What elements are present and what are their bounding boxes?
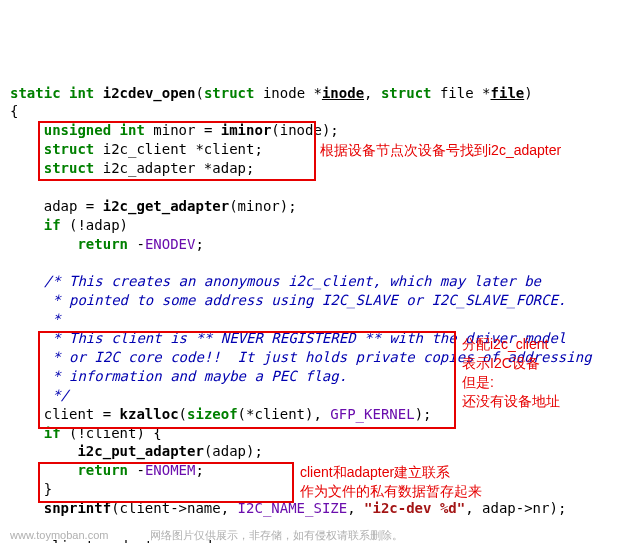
text: - [128, 462, 145, 478]
text: (adap); [204, 443, 263, 459]
keyword: if [44, 217, 61, 233]
text: inode * [254, 85, 321, 101]
annotation-text-3: client和adapter建立联系 作为文件的私有数据暂存起来 [300, 463, 482, 501]
text: file * [432, 85, 491, 101]
call: iminor [221, 122, 272, 138]
keyword: struct [44, 141, 95, 157]
indent [10, 481, 44, 497]
keyword: static [10, 85, 61, 101]
text: (!client) { [61, 425, 162, 441]
keyword: return [77, 462, 128, 478]
comment: * [10, 311, 61, 327]
param: file [491, 85, 525, 101]
text: minor = [145, 122, 221, 138]
text: (*client), [238, 406, 331, 422]
keyword: struct [204, 85, 255, 101]
text: - [128, 236, 145, 252]
string: "i2c-dev %d" [364, 500, 465, 516]
func-name: i2cdev_open [103, 85, 196, 101]
call: i2c_put_adapter [77, 443, 203, 459]
param: inode [322, 85, 364, 101]
call: kzalloc [120, 406, 179, 422]
indent [10, 217, 44, 233]
indent [10, 500, 44, 516]
brace: { [10, 103, 18, 119]
keyword: return [77, 236, 128, 252]
watermark-site: www.toymoban.com [10, 528, 108, 543]
keyword: unsigned int [44, 122, 145, 138]
keyword: int [69, 85, 94, 101]
keyword: struct [381, 85, 432, 101]
text: (minor); [229, 198, 296, 214]
text: ) [524, 85, 532, 101]
indent [10, 406, 44, 422]
indent [10, 236, 77, 252]
text: ( [195, 85, 203, 101]
text: (client->name, [111, 500, 237, 516]
comment: */ [10, 387, 69, 403]
call: snprintf [44, 500, 111, 516]
comment: /* This creates an anonymous i2c_client,… [10, 273, 541, 289]
text: } [44, 481, 52, 497]
text: (!adap) [61, 217, 128, 233]
macro: GFP_KERNEL [330, 406, 414, 422]
text: i2c_client *client; [94, 141, 263, 157]
text: ( [179, 406, 187, 422]
text: ); [415, 406, 432, 422]
keyword: struct [44, 160, 95, 176]
comment: * pointed to some address using I2C_SLAV… [10, 292, 566, 308]
enum: ENOMEM [145, 462, 196, 478]
comment: * information and maybe a PEC flag. [10, 368, 347, 384]
keyword: sizeof [187, 406, 238, 422]
text: , [347, 500, 364, 516]
call: i2c_get_adapter [103, 198, 229, 214]
indent [10, 122, 44, 138]
indent [10, 198, 44, 214]
enum: ENODEV [145, 236, 196, 252]
annotation-text-1: 根据设备节点次设备号找到i2c_adapter [320, 141, 561, 160]
indent [10, 443, 77, 459]
text: ; [195, 236, 203, 252]
annotation-text-2: 分配i2c_client 表示I2C设备 但是: 还没有设备地址 [462, 335, 560, 411]
indent [10, 462, 77, 478]
macro: I2C_NAME_SIZE [238, 500, 348, 516]
text: ; [195, 462, 203, 478]
text: , [364, 85, 381, 101]
text: client = [44, 406, 120, 422]
text: (inode); [271, 122, 338, 138]
indent [10, 141, 44, 157]
text: i2c_adapter *adap; [94, 160, 254, 176]
keyword: if [44, 425, 61, 441]
watermark-note: 网络图片仅供展示，非存储，如有侵权请联系删除。 [150, 528, 403, 543]
indent [10, 160, 44, 176]
text: adap = [44, 198, 103, 214]
text: , adap->nr); [465, 500, 566, 516]
indent [10, 425, 44, 441]
